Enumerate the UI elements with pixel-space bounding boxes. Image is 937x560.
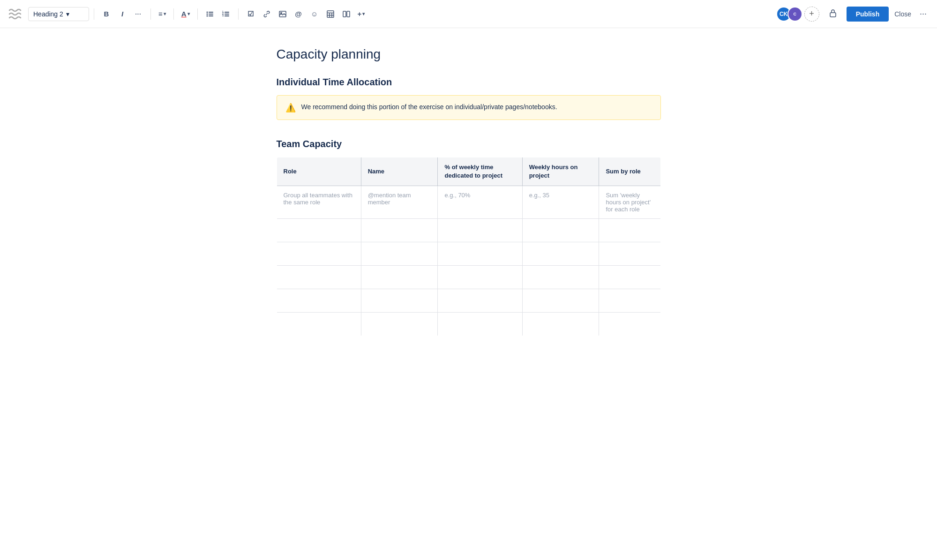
add-collaborator-button[interactable]: + — [804, 7, 819, 22]
svg-rect-20 — [347, 11, 350, 17]
cell-name-5[interactable] — [361, 313, 438, 336]
heading-chevron-icon: ▾ — [66, 10, 69, 18]
cell-sum-3[interactable] — [599, 266, 660, 289]
svg-point-2 — [206, 13, 208, 15]
cell-pct-5[interactable] — [438, 313, 522, 336]
col-header-name: Name — [361, 157, 438, 186]
svg-point-4 — [206, 15, 208, 16]
cell-sum-5[interactable] — [599, 313, 660, 336]
close-button[interactable]: Close — [891, 7, 915, 21]
warning-icon: ⚠️ — [285, 103, 296, 113]
heading-style-selector[interactable]: Heading 2 ▾ — [28, 7, 89, 21]
bold-button[interactable]: B — [99, 7, 114, 22]
svg-rect-5 — [209, 15, 213, 16]
col-header-hours: Weekly hours on project — [522, 157, 599, 186]
page-content: Capacity planning Individual Time Alloca… — [258, 28, 680, 373]
more-format-button[interactable]: ··· — [131, 7, 146, 22]
svg-rect-19 — [343, 11, 346, 17]
svg-rect-7 — [225, 12, 229, 13]
table-button[interactable] — [323, 7, 338, 22]
cell-name-placeholder[interactable]: @mention team member — [361, 186, 438, 219]
task-list-button[interactable]: ☑ — [243, 7, 258, 22]
insert-more-button[interactable]: + ▾ — [355, 7, 368, 22]
cell-name-2[interactable] — [361, 242, 438, 266]
insert-plus-icon: + — [358, 10, 362, 18]
alignment-button[interactable]: ≡ ▾ — [156, 7, 169, 22]
cell-pct-placeholder[interactable]: e.g., 70% — [438, 186, 522, 219]
table-row — [277, 242, 660, 266]
svg-rect-1 — [209, 12, 213, 13]
link-button[interactable] — [259, 7, 274, 22]
svg-rect-9 — [225, 14, 229, 15]
section-heading-individual: Individual Time Allocation — [277, 77, 661, 88]
page-title: Capacity planning — [277, 47, 661, 62]
toolbar-divider-3 — [173, 8, 174, 20]
app-logo[interactable] — [7, 7, 22, 22]
cell-sum-1[interactable] — [599, 219, 660, 242]
cell-hours-1[interactable] — [522, 219, 599, 242]
col-header-role: Role — [277, 157, 361, 186]
table-row-placeholder: Group all teammates with the same role @… — [277, 186, 660, 219]
col-header-pct: % of weekly time dedicated to project — [438, 157, 522, 186]
svg-point-0 — [206, 11, 208, 13]
cell-hours-placeholder[interactable]: e.g., 35 — [522, 186, 599, 219]
bullet-list-button[interactable] — [202, 7, 217, 22]
table-header-row: Role Name % of weekly time dedicated to … — [277, 157, 660, 186]
warning-text: We recommend doing this portion of the e… — [301, 102, 557, 112]
cell-name-1[interactable] — [361, 219, 438, 242]
toolbar-divider-5 — [238, 8, 239, 20]
publish-button[interactable]: Publish — [847, 7, 889, 22]
col-header-sum: Sum by role — [599, 157, 660, 186]
cell-name-4[interactable] — [361, 289, 438, 313]
text-format-group: B I ··· — [99, 7, 146, 22]
align-chevron-icon: ▾ — [164, 11, 166, 16]
cell-role-4[interactable] — [277, 289, 361, 313]
cell-hours-2[interactable] — [522, 242, 599, 266]
cell-hours-4[interactable] — [522, 289, 599, 313]
text-color-button[interactable]: A ▾ — [179, 7, 193, 22]
numbered-list-button[interactable]: 1. 2. 3. — [218, 7, 233, 22]
cell-sum-2[interactable] — [599, 242, 660, 266]
mention-button[interactable]: @ — [291, 7, 306, 22]
cell-role-5[interactable] — [277, 313, 361, 336]
layout-button[interactable] — [339, 7, 354, 22]
avatar-secondary[interactable]: C — [787, 7, 802, 22]
cell-role-3[interactable] — [277, 266, 361, 289]
cell-pct-1[interactable] — [438, 219, 522, 242]
cell-role-1[interactable] — [277, 219, 361, 242]
image-button[interactable] — [275, 7, 290, 22]
text-color-chevron-icon: ▾ — [187, 11, 190, 16]
svg-rect-21 — [830, 13, 836, 17]
text-color-icon: A — [181, 10, 187, 18]
italic-button[interactable]: I — [115, 7, 130, 22]
cell-pct-3[interactable] — [438, 266, 522, 289]
svg-rect-14 — [327, 11, 334, 17]
cell-pct-4[interactable] — [438, 289, 522, 313]
table-row — [277, 313, 660, 336]
cell-sum-4[interactable] — [599, 289, 660, 313]
cell-sum-placeholder[interactable]: Sum 'weekly hours on project' for each r… — [599, 186, 660, 219]
svg-rect-3 — [209, 14, 213, 15]
svg-text:3.: 3. — [222, 14, 225, 17]
more-options-button[interactable]: ··· — [917, 7, 930, 21]
emoji-button[interactable]: ☺ — [307, 7, 322, 22]
toolbar-divider-2 — [150, 8, 151, 20]
list-group: 1. 2. 3. — [202, 7, 233, 22]
cell-role-placeholder[interactable]: Group all teammates with the same role — [277, 186, 361, 219]
table-row — [277, 289, 660, 313]
cell-role-2[interactable] — [277, 242, 361, 266]
avatar-group: CK C + — [776, 7, 819, 22]
heading-style-label: Heading 2 — [33, 10, 63, 18]
cell-hours-5[interactable] — [522, 313, 599, 336]
warning-callout: ⚠️ We recommend doing this portion of th… — [277, 95, 661, 120]
insert-group: ☑ @ ☺ — [243, 7, 368, 22]
align-icon: ≡ — [158, 10, 163, 18]
toolbar: Heading 2 ▾ B I ··· ≡ ▾ A ▾ — [0, 0, 937, 28]
toolbar-divider-1 — [94, 8, 94, 20]
toolbar-divider-4 — [197, 8, 198, 20]
lock-button[interactable] — [825, 7, 841, 21]
insert-chevron-icon: ▾ — [362, 11, 365, 16]
cell-name-3[interactable] — [361, 266, 438, 289]
cell-pct-2[interactable] — [438, 242, 522, 266]
cell-hours-3[interactable] — [522, 266, 599, 289]
